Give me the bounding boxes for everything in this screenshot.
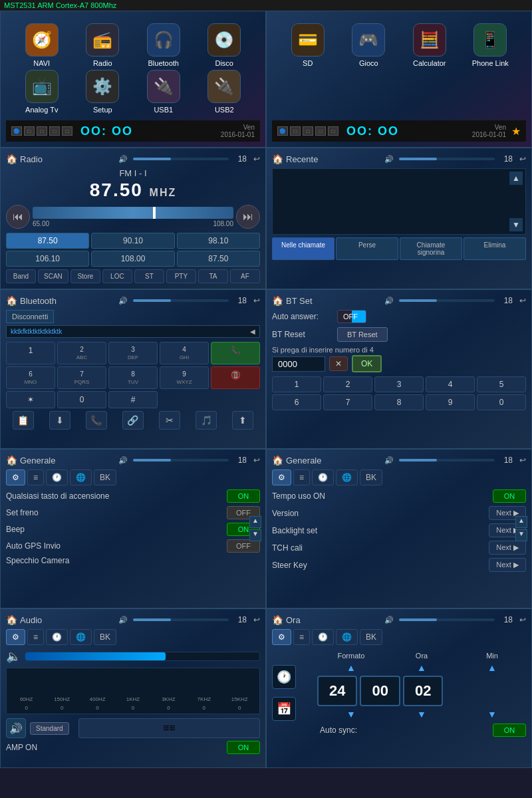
radio-ctrl-scan[interactable]: SCAN <box>38 269 68 283</box>
ora-tabs-tab-1[interactable]: ≡ <box>293 629 310 645</box>
btset-autoanswer-toggle[interactable]: OFF <box>337 310 366 323</box>
recent-tab-1[interactable]: Perse <box>336 237 398 260</box>
btset-num-3[interactable]: 3 <box>374 376 424 392</box>
eq-band-15KHZ[interactable]: 15KHZ 0 <box>223 696 257 711</box>
app-item2-phonelink[interactable]: 📱 Phone Link <box>462 23 520 114</box>
auto-sync-toggle[interactable]: ON <box>493 724 526 737</box>
key-0[interactable]: 0 <box>57 391 106 408</box>
eq-preset-btn[interactable]: Standard <box>30 722 69 735</box>
app-item-usb2[interactable]: 🔌 USB2 <box>196 70 254 114</box>
key-6[interactable]: 6MNO <box>6 366 55 389</box>
eq-band-400HZ[interactable]: 400HZ 0 <box>80 696 114 711</box>
ora-back-icon[interactable]: ↩ <box>519 615 526 624</box>
gen2-rows-toggle-0[interactable]: ON <box>493 489 526 503</box>
gen2-rows-next-4[interactable]: Next ▶ <box>489 558 526 572</box>
btset-num-2[interactable]: 2 <box>323 376 372 392</box>
audio-vol-icon[interactable]: 🔊 <box>118 616 128 624</box>
formato-down[interactable]: ▼ <box>317 709 385 720</box>
freq-btn-5[interactable]: 87.50 <box>177 251 260 267</box>
vol-bar[interactable] <box>25 652 260 661</box>
eq-band-150HZ[interactable]: 150HZ 0 <box>45 696 78 711</box>
recent-vol-icon[interactable]: 🔊 <box>384 155 394 164</box>
freq-btn-2[interactable]: 98.10 <box>177 233 260 249</box>
gen1-tabs-tab-3[interactable]: 🌐 <box>70 469 92 485</box>
btset-back-icon[interactable]: ↩ <box>519 296 526 305</box>
bt-tool-2[interactable]: ⬇ <box>49 411 70 430</box>
ora-up[interactable]: ▲ <box>388 662 456 673</box>
bt-tool-6[interactable]: 🎵 <box>196 411 217 430</box>
radio-prev-btn[interactable]: ⏮ <box>6 205 30 229</box>
app-item-navi[interactable]: 🧭 NAVI <box>13 23 71 67</box>
gen1-vol-icon[interactable]: 🔊 <box>118 456 128 465</box>
recent-scroll-up[interactable]: ▲ <box>509 172 523 185</box>
gen1-back-icon[interactable]: ↩ <box>253 456 260 465</box>
gen2-tabs-tab-2[interactable]: 🕐 <box>312 469 334 485</box>
app-item2-calculator[interactable]: 🧮 Calculator <box>400 23 459 114</box>
btset-reset-btn[interactable]: BT Reset <box>337 327 388 342</box>
gen1-home-icon[interactable]: 🏠 <box>6 455 17 466</box>
gen1-tabs-tab-0[interactable]: ⚙ <box>6 469 25 485</box>
radio-ctrl-band[interactable]: Band <box>6 269 36 283</box>
freq-btn-3[interactable]: 106.10 <box>6 251 89 267</box>
key-8[interactable]: 8TUV <box>108 366 158 389</box>
gen2-scroll-down[interactable]: ▼ <box>515 529 527 541</box>
btset-num-7[interactable]: 7 <box>323 394 372 410</box>
radio-slider[interactable] <box>33 207 233 219</box>
btset-num-4[interactable]: 4 <box>426 376 475 392</box>
gen2-tabs-tab-1[interactable]: ≡ <box>293 469 310 485</box>
gen1-scroll-up[interactable]: ▲ <box>249 516 261 528</box>
bt-tool-5[interactable]: ✂ <box>159 411 180 430</box>
bt-tool-1[interactable]: 📋 <box>13 411 34 430</box>
radio-ctrl-ta[interactable]: TA <box>198 269 228 283</box>
key-hash[interactable]: # <box>108 391 158 408</box>
key-2[interactable]: 2ABC <box>57 342 106 364</box>
audio-equalizer-icon[interactable]: ≡≡ <box>78 718 260 738</box>
eq-band-60HZ[interactable]: 60HZ 0 <box>9 696 43 711</box>
ora-tabs-tab-2[interactable]: 🕐 <box>312 629 334 645</box>
gen1-tabs-tab-2[interactable]: 🕐 <box>46 469 68 485</box>
radio-vol-icon[interactable]: 🔊 <box>118 155 128 164</box>
gen2-home-icon[interactable]: 🏠 <box>272 455 283 466</box>
radio-next-btn[interactable]: ⏭ <box>236 205 260 229</box>
min-up[interactable]: ▲ <box>458 662 526 673</box>
min-down[interactable]: ▼ <box>458 709 526 720</box>
amp-toggle[interactable]: ON <box>227 741 260 754</box>
gen1-rows-toggle-0[interactable]: ON <box>227 489 260 503</box>
audio-tabs-tab-1[interactable]: ≡ <box>27 629 44 645</box>
freq-btn-0[interactable]: 87.50 <box>6 233 89 249</box>
audio-tabs-tab-0[interactable]: ⚙ <box>6 629 25 645</box>
audio-home-icon[interactable]: 🏠 <box>6 614 17 625</box>
freq-btn-4[interactable]: 108.00 <box>91 251 174 267</box>
gen1-tabs-tab-4[interactable]: BK <box>94 469 116 485</box>
key-4[interactable]: 4GHI <box>160 342 209 364</box>
key-call[interactable]: 📞 <box>211 342 260 364</box>
app-item-bluetooth[interactable]: 🎧 Bluetooth <box>134 23 193 67</box>
bt-tool-4[interactable]: 🔗 <box>122 411 144 430</box>
app-item-disco[interactable]: 💿 Disco <box>196 23 254 67</box>
bt-tool-3[interactable]: 📞 <box>86 411 107 430</box>
ora-vol-icon[interactable]: 🔊 <box>384 616 394 624</box>
radio-ctrl-af[interactable]: AF <box>230 269 260 283</box>
recent-home-icon[interactable]: 🏠 <box>272 154 283 164</box>
gen2-tabs-tab-0[interactable]: ⚙ <box>272 469 291 485</box>
radio-ctrl-store[interactable]: Store <box>70 269 100 283</box>
recent-back-icon[interactable]: ↩ <box>519 154 526 164</box>
key-hangup[interactable]: 📵 <box>211 366 260 389</box>
btset-num-1[interactable]: 1 <box>272 376 321 392</box>
recent-scroll-down[interactable]: ▼ <box>509 218 523 231</box>
btset-num-6[interactable]: 6 <box>272 394 321 410</box>
gen2-scroll-up[interactable]: ▲ <box>515 516 527 528</box>
gen1-tabs-tab-1[interactable]: ≡ <box>27 469 44 485</box>
audio-back-icon[interactable]: ↩ <box>253 615 260 624</box>
bt-back-icon[interactable]: ↩ <box>253 296 260 305</box>
eq-band-3KHZ[interactable]: 3KHZ 0 <box>152 696 186 711</box>
key-7[interactable]: 7PQRS <box>57 366 106 389</box>
btset-num-5[interactable]: 5 <box>477 376 526 392</box>
bt-tool-7[interactable]: ⬆ <box>232 411 253 430</box>
freq-btn-1[interactable]: 90.10 <box>91 233 174 249</box>
btset-ok-btn[interactable]: OK <box>352 355 382 372</box>
eq-band-1KHZ[interactable]: 1KHZ 0 <box>116 696 150 711</box>
recent-tab-2[interactable]: Chiamate signorina <box>400 237 462 260</box>
app-item2-sd[interactable]: 💳 SD <box>279 23 337 114</box>
btset-home-icon[interactable]: 🏠 <box>272 295 283 306</box>
